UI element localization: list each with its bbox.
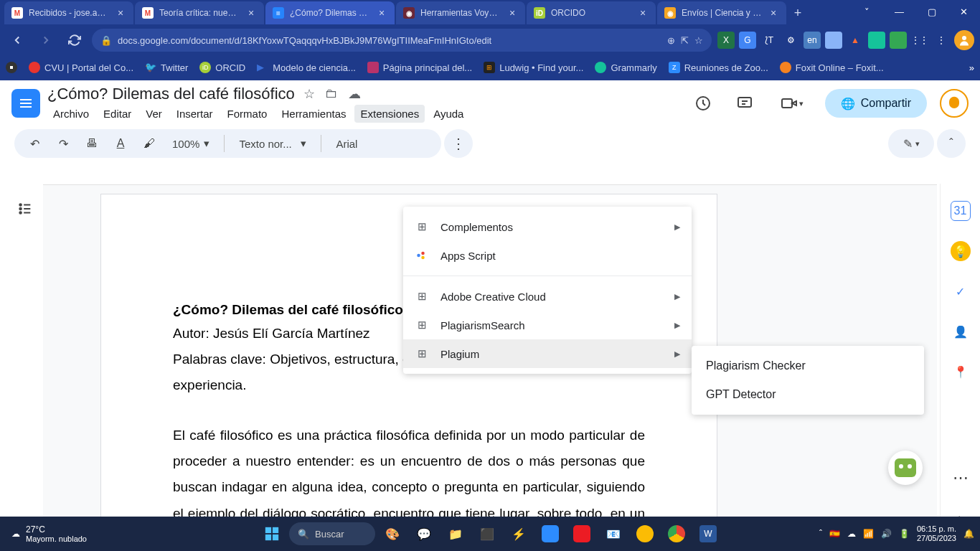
bookmark-foxit[interactable]: Foxit Online – Foxit... bbox=[780, 62, 884, 73]
star-icon[interactable]: ☆ bbox=[303, 86, 315, 102]
tray-clock[interactable]: 06:15 p. m.27/05/2023 bbox=[917, 524, 956, 543]
menu-formato[interactable]: Formato bbox=[222, 105, 273, 123]
share-page-icon[interactable]: ⇱ bbox=[681, 35, 689, 46]
toolbar-more[interactable]: ⋮ bbox=[444, 129, 473, 158]
doc-title[interactable]: ¿Cómo? Dilemas del café filosófico bbox=[47, 85, 295, 103]
edit-mode-button[interactable]: ✎▾ bbox=[888, 129, 934, 158]
chevron-down-icon[interactable]: ˅ bbox=[851, 0, 883, 23]
close-icon[interactable]: × bbox=[637, 7, 649, 19]
spellcheck-button[interactable]: A bbox=[109, 132, 132, 155]
bookmark-orcid[interactable]: iDORCID bbox=[199, 62, 245, 73]
minimize-button[interactable]: — bbox=[883, 0, 915, 23]
taskbar-word[interactable]: W bbox=[694, 519, 722, 548]
dd-adobe[interactable]: ⊞Adobe Creative Cloud▶ bbox=[403, 282, 692, 311]
taskbar-chrome[interactable] bbox=[662, 519, 691, 548]
tray-chevron-icon[interactable]: ˆ bbox=[819, 529, 822, 539]
bookmark-grammarly[interactable]: Grammarly bbox=[595, 62, 656, 73]
star-icon[interactable]: ☆ bbox=[694, 35, 703, 46]
tray-wifi-icon[interactable]: 📶 bbox=[863, 529, 874, 539]
dd-plagium[interactable]: ⊞Plagium▶ bbox=[403, 339, 692, 368]
maps-icon[interactable]: 📍 bbox=[951, 362, 971, 382]
new-tab-button[interactable]: + bbox=[788, 3, 808, 23]
taskbar-explorer[interactable]: 📁 bbox=[441, 519, 470, 548]
contacts-icon[interactable]: 👤 bbox=[951, 321, 971, 342]
meet-icon[interactable]: ▾ bbox=[772, 89, 812, 118]
menu-insertar[interactable]: Insertar bbox=[171, 105, 219, 123]
tray-language-icon[interactable]: 🇪🇸 bbox=[829, 529, 840, 539]
outline-toggle[interactable] bbox=[11, 195, 39, 222]
menu-ver[interactable]: Ver bbox=[140, 105, 168, 123]
close-icon[interactable]: × bbox=[115, 7, 126, 19]
undo-button[interactable]: ↶ bbox=[23, 132, 46, 155]
ext-puzzle-icon[interactable]: ⚙ bbox=[782, 32, 799, 49]
url-input[interactable]: 🔒 docs.google.com/document/d/18KfYoxwTQa… bbox=[92, 29, 712, 52]
taskbar-app2[interactable]: ⚡ bbox=[504, 519, 533, 548]
reload-button[interactable] bbox=[63, 29, 86, 52]
bookmark-cvu[interactable]: CVU | Portal del Co... bbox=[29, 62, 133, 73]
profile-avatar[interactable] bbox=[954, 30, 974, 50]
tray-notifications-icon[interactable]: 🔔 bbox=[963, 529, 974, 539]
font-select[interactable]: Arial bbox=[330, 138, 363, 150]
weather-widget[interactable]: ☁ 27°CMayorm. nublado bbox=[6, 524, 93, 543]
comments-icon[interactable] bbox=[730, 89, 759, 118]
bookmark-ludwig[interactable]: ⊞Ludwig • Find your... bbox=[484, 62, 583, 73]
tray-battery-icon[interactable]: 🔋 bbox=[899, 529, 910, 539]
chatbot-widget[interactable] bbox=[888, 451, 923, 485]
taskbar-zoom[interactable] bbox=[536, 519, 565, 548]
close-icon[interactable]: × bbox=[245, 7, 257, 19]
bookmark-pagina[interactable]: Página principal del... bbox=[367, 62, 472, 73]
print-button[interactable]: 🖶 bbox=[80, 132, 103, 155]
keep-icon[interactable]: 💡 bbox=[951, 241, 971, 261]
tab-gmail[interactable]: MRecibidos - jose.aguila× bbox=[4, 1, 133, 24]
cloud-status-icon[interactable]: ☁ bbox=[348, 86, 361, 102]
tray-onedrive-icon[interactable]: ☁ bbox=[847, 529, 856, 539]
ext-blue-icon[interactable] bbox=[825, 32, 842, 49]
tab-teoria[interactable]: MTeoría crítica: nuevos r× bbox=[135, 1, 264, 24]
close-icon[interactable]: × bbox=[507, 7, 518, 19]
bookmark-modelo[interactable]: ▶Modelo de ciencia... bbox=[257, 62, 356, 73]
taskbar-chrome-canary[interactable] bbox=[631, 519, 659, 548]
ext-lt-icon[interactable]: ⟅T bbox=[760, 32, 778, 49]
move-icon[interactable]: 🗀 bbox=[325, 86, 338, 102]
taskbar-mail[interactable]: 📧 bbox=[599, 519, 628, 548]
taskbar-acrobat[interactable] bbox=[567, 519, 596, 548]
menu-extensiones[interactable]: Extensiones bbox=[354, 105, 425, 123]
docs-logo[interactable] bbox=[11, 89, 40, 118]
menu-icon[interactable]: ⋮ bbox=[933, 32, 950, 49]
forward-button[interactable] bbox=[34, 29, 57, 52]
ext-lang-icon[interactable]: en bbox=[804, 32, 821, 49]
ext-flame-icon[interactable]: ▲ bbox=[847, 32, 864, 49]
tasks-icon[interactable]: ✓ bbox=[951, 281, 971, 301]
tab-voyant[interactable]: ◉Herramientas Voyant× bbox=[396, 1, 525, 24]
bookmark-zoom[interactable]: ZReuniones de Zoo... bbox=[669, 62, 768, 73]
bookmark-apps[interactable] bbox=[6, 62, 17, 73]
taskbar-widgets[interactable]: 🎨 bbox=[378, 519, 407, 548]
tab-orcid[interactable]: iDORCIDO× bbox=[527, 1, 656, 24]
close-icon[interactable]: × bbox=[768, 7, 779, 19]
menu-herramientas[interactable]: Herramientas bbox=[275, 105, 352, 123]
ext-green-icon[interactable] bbox=[890, 32, 907, 49]
style-select[interactable]: Texto nor...▾ bbox=[233, 137, 312, 150]
back-button[interactable] bbox=[6, 29, 29, 52]
taskbar-chat[interactable]: 💬 bbox=[410, 519, 438, 548]
tab-docs-active[interactable]: ≡¿Cómo? Dilemas del c× bbox=[265, 1, 395, 24]
dd-plagiarismsearch[interactable]: ⊞PlagiarismSearch▶ bbox=[403, 311, 692, 339]
start-button[interactable] bbox=[258, 519, 286, 548]
maximize-button[interactable]: ▢ bbox=[915, 0, 948, 23]
menu-ayuda[interactable]: Ayuda bbox=[428, 105, 469, 123]
bookmark-overflow[interactable]: » bbox=[969, 62, 974, 73]
tray-volume-icon[interactable]: 🔊 bbox=[881, 529, 892, 539]
zoom-icon[interactable]: ⊕ bbox=[667, 35, 675, 46]
redo-button[interactable]: ↷ bbox=[52, 132, 75, 155]
menu-archivo[interactable]: Archivo bbox=[47, 105, 95, 123]
menu-editar[interactable]: Editar bbox=[98, 105, 137, 123]
close-icon[interactable]: × bbox=[376, 7, 387, 19]
ext-grammarly-icon[interactable] bbox=[868, 32, 885, 49]
collapse-toolbar-button[interactable]: ˆ bbox=[937, 129, 966, 158]
ext-google-icon[interactable]: G bbox=[739, 32, 756, 49]
format-paint-button[interactable]: 🖌 bbox=[138, 132, 161, 155]
calendar-icon[interactable]: 31 bbox=[951, 201, 971, 221]
dd-apps-script[interactable]: Apps Script bbox=[403, 241, 692, 270]
dd-complementos[interactable]: ⊞Complementos▶ bbox=[403, 212, 692, 241]
tab-envios[interactable]: ◉Envíos | Ciencia y Filos× bbox=[657, 1, 786, 24]
